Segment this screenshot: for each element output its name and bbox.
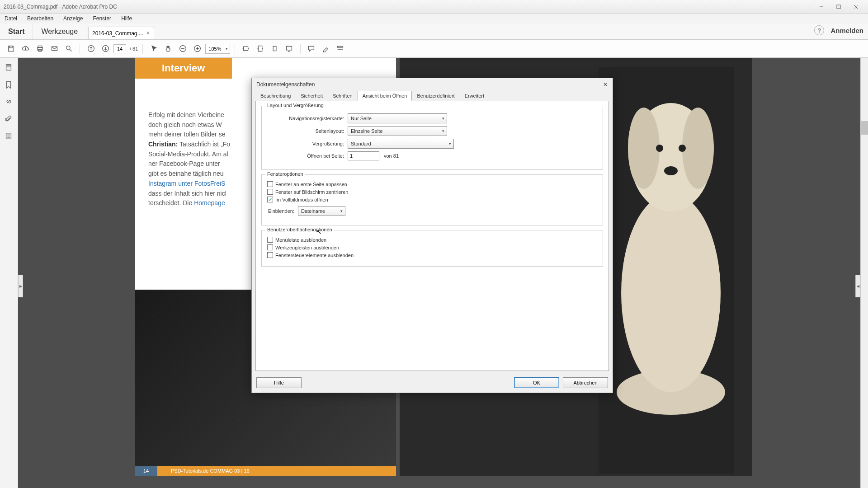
tab-advanced[interactable]: Erweitert <box>460 91 489 101</box>
vertical-scrollbar[interactable] <box>860 58 868 488</box>
magnification-select[interactable]: Standard <box>348 139 454 149</box>
svg-point-23 <box>628 108 660 189</box>
separator <box>80 44 80 54</box>
chk-menubar[interactable] <box>267 237 273 243</box>
thumbnails-icon[interactable] <box>5 63 14 72</box>
tab-description[interactable]: Beschreibung <box>255 91 296 101</box>
email-icon[interactable] <box>48 42 61 55</box>
search-icon[interactable] <box>62 42 75 55</box>
page-footer: 14 PSD-Tutorials.de COMMAG 03 | 16 <box>135 466 396 476</box>
nav-select[interactable]: Nur Seite <box>348 113 447 123</box>
scrollbar-thumb[interactable] <box>861 121 868 135</box>
attachment-icon[interactable] <box>5 115 14 124</box>
chk-toolbars[interactable] <box>267 244 273 250</box>
close-window-button[interactable] <box>847 2 864 12</box>
layers-icon[interactable] <box>5 132 14 141</box>
chk-center[interactable] <box>267 189 273 195</box>
group-ui: Benutzeroberflächenoptionen Menüleiste a… <box>261 230 603 267</box>
comment-icon[interactable] <box>305 42 318 55</box>
menu-window[interactable]: Fenster <box>91 14 113 23</box>
highlight-icon[interactable] <box>320 42 332 55</box>
signin-link[interactable]: Anmelden <box>830 27 863 34</box>
zoom-out-icon[interactable] <box>176 42 189 55</box>
tab-tools[interactable]: Werkzeuge <box>33 23 86 39</box>
tab-security[interactable]: Sicherheit <box>296 91 328 101</box>
chk-fit[interactable] <box>267 181 273 187</box>
tabbar: Start Werkzeuge 2016-03_Commag.... ✕ ? A… <box>0 23 868 40</box>
chk-fullscreen[interactable] <box>267 197 273 202</box>
print-icon[interactable] <box>33 42 46 55</box>
document-tab-label: 2016-03_Commag.... <box>92 30 143 37</box>
dialog-title: Dokumenteigenschaften <box>256 81 315 88</box>
group-window: Fensteroptionen Fenster an erste Seite a… <box>261 174 603 225</box>
tab-start[interactable]: Start <box>0 23 33 39</box>
svg-point-26 <box>679 145 686 152</box>
instagram-link[interactable]: Instagram unter FotosFreiS <box>148 180 225 187</box>
document-properties-dialog: Dokumenteigenschaften ✕ Beschreibung Sic… <box>251 78 613 393</box>
help-button[interactable]: Hilfe <box>256 377 302 388</box>
page-total: / 81 <box>130 46 138 52</box>
zoom-select[interactable]: 105% <box>205 44 230 54</box>
expand-left-handle[interactable]: ▶ <box>18 275 23 297</box>
svg-rect-17 <box>7 66 10 67</box>
separator <box>235 44 235 54</box>
page-up-icon[interactable] <box>85 42 97 55</box>
rotate-icon[interactable] <box>269 42 281 55</box>
cloud-icon[interactable] <box>19 42 32 55</box>
page-number-input[interactable] <box>113 44 126 53</box>
footer-text: PSD-Tutorials.de COMMAG 03 | 16 <box>171 468 250 474</box>
hand-icon[interactable] <box>162 42 175 55</box>
window-title: 2016-03_Commag.pdf - Adobe Acrobat Pro D… <box>4 4 117 10</box>
openpage-input[interactable] <box>348 151 379 160</box>
svg-rect-12 <box>258 46 262 52</box>
titlebar: 2016-03_Commag.pdf - Adobe Acrobat Pro D… <box>0 0 868 14</box>
dog-image <box>599 67 734 474</box>
group-layout: Layout und Vergrößerung Navigationsregis… <box>261 106 603 170</box>
document-tab[interactable]: 2016-03_Commag.... ✕ <box>88 27 154 39</box>
fit-width-icon[interactable] <box>240 42 252 55</box>
left-rail <box>0 58 18 488</box>
dialog-body: Layout und Vergrößerung Navigationsregis… <box>255 101 609 371</box>
menu-help[interactable]: Hilfe <box>119 14 134 23</box>
svg-point-21 <box>621 193 721 392</box>
pagelayout-select[interactable]: Einzelne Seite <box>348 126 447 136</box>
close-tab-icon[interactable]: ✕ <box>146 30 150 36</box>
group-window-title: Fensteroptionen <box>265 171 305 177</box>
cancel-button[interactable]: Abbrechen <box>563 377 608 388</box>
minimize-button[interactable] <box>813 2 830 12</box>
magnification-label: Vergrößerung: <box>267 141 344 146</box>
homepage-link[interactable]: Homepage <box>194 199 225 206</box>
pointer-icon[interactable] <box>147 42 160 55</box>
fit-page-icon[interactable] <box>254 42 267 55</box>
bookmark-icon[interactable] <box>5 80 14 89</box>
menu-edit[interactable]: Bearbeiten <box>25 14 55 23</box>
chk-fit-label: Fenster an erste Seite anpassen <box>275 182 347 187</box>
expand-right-handle[interactable]: ◀ <box>855 275 860 297</box>
toolbar: / 81 105% <box>0 40 868 58</box>
ok-button[interactable]: OK <box>514 377 559 388</box>
chk-controls[interactable] <box>267 252 273 258</box>
chk-menubar-label: Menüleiste ausblenden <box>275 237 326 243</box>
dialog-close-icon[interactable]: ✕ <box>601 80 610 89</box>
signature-icon[interactable] <box>334 42 347 55</box>
help-icon[interactable]: ? <box>814 25 824 35</box>
dialog-buttons: Hilfe OK Abbrechen <box>252 375 613 393</box>
tab-custom[interactable]: Benutzerdefiniert <box>412 91 459 101</box>
dialog-titlebar[interactable]: Dokumenteigenschaften ✕ <box>252 78 613 91</box>
group-ui-title: Benutzeroberflächenoptionen <box>265 227 334 232</box>
footer-page-number: 14 <box>135 466 157 476</box>
menu-view[interactable]: Anzeige <box>61 14 85 23</box>
svg-point-25 <box>656 145 663 152</box>
show-select[interactable]: Dateiname <box>298 206 345 216</box>
tab-initial-view[interactable]: Ansicht beim Öffnen <box>358 91 412 101</box>
chk-controls-label: Fenstersteuerelemente ausblenden <box>275 253 354 258</box>
menu-file[interactable]: Datei <box>3 14 19 23</box>
zoom-in-icon[interactable] <box>191 42 203 55</box>
link-icon[interactable] <box>5 98 14 107</box>
svg-point-6 <box>66 46 70 50</box>
maximize-button[interactable] <box>830 2 847 12</box>
save-icon[interactable] <box>5 42 17 55</box>
page-down-icon[interactable] <box>99 42 112 55</box>
tab-fonts[interactable]: Schriften <box>328 91 357 101</box>
presentation-icon[interactable] <box>283 42 296 55</box>
